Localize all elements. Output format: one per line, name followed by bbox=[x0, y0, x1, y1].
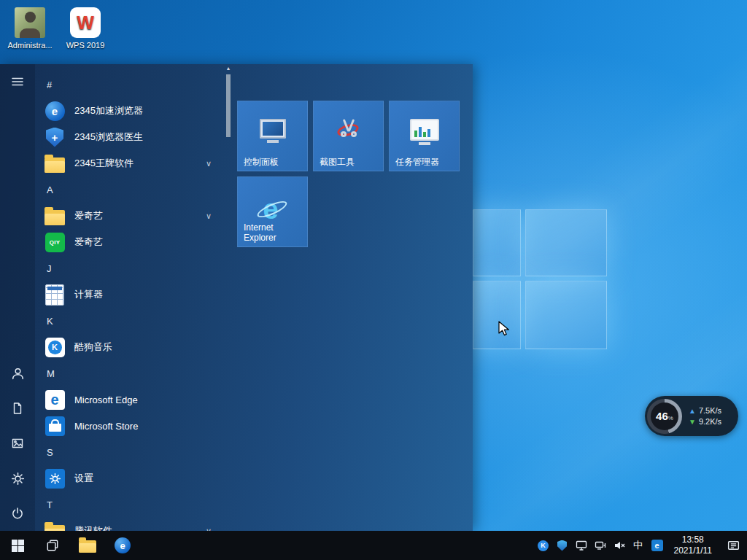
start-button[interactable] bbox=[0, 531, 35, 560]
settings-gear-icon[interactable] bbox=[0, 461, 35, 496]
chevron-down-icon[interactable]: ∨ bbox=[206, 212, 212, 220]
settings-icon bbox=[44, 467, 66, 489]
app-item-label: 2345加速浏览器 bbox=[74, 104, 143, 117]
scrollbar-thumb[interactable] bbox=[226, 74, 231, 137]
control-panel-icon bbox=[260, 119, 286, 139]
app-item-label: Microsoft Store bbox=[74, 421, 138, 432]
hamburger-menu-icon[interactable] bbox=[0, 64, 35, 99]
app-list-item[interactable]: 爱奇艺∨ bbox=[35, 203, 223, 229]
display-tray-icon[interactable] bbox=[572, 531, 591, 560]
app-item-label: 计算器 bbox=[74, 288, 103, 301]
usage-gauge: 46% bbox=[647, 399, 682, 434]
app-list-item[interactable]: Microsoft Store bbox=[35, 413, 223, 439]
task-view-icon bbox=[45, 538, 60, 553]
clock-time: 13:58 bbox=[682, 534, 704, 545]
app-list-scrollbar: ▲ bbox=[223, 64, 233, 531]
app-item-label: 2345王牌软件 bbox=[74, 157, 133, 170]
taskbar-clock[interactable]: 13:58 2021/1/11 bbox=[667, 534, 720, 556]
app-list-item[interactable]: +2345浏览器医生 bbox=[35, 124, 223, 150]
start-tile[interactable]: 控制面板 bbox=[237, 101, 308, 171]
desktop-icon-label: Administra... bbox=[3, 41, 57, 50]
app-section-header[interactable]: K bbox=[35, 308, 223, 334]
pictures-icon[interactable] bbox=[0, 426, 35, 461]
app-section-header[interactable]: T bbox=[35, 491, 223, 518]
app-item-label: 酷狗音乐 bbox=[74, 341, 112, 354]
calculator-icon bbox=[44, 284, 66, 306]
app-item-label: 腾讯软件 bbox=[74, 524, 112, 531]
iqiyi-icon: QIY bbox=[44, 231, 66, 253]
app-section-header[interactable]: S bbox=[35, 439, 223, 465]
app-list-item[interactable]: 2345王牌软件∨ bbox=[35, 150, 223, 176]
app-list-item[interactable]: K酷狗音乐 bbox=[35, 334, 223, 360]
task-manager-icon bbox=[410, 119, 439, 141]
app-list-item[interactable]: e2345加速浏览器 bbox=[35, 98, 223, 124]
task-view-button[interactable] bbox=[35, 531, 70, 560]
tile-label: 任务管理器 bbox=[395, 157, 454, 167]
taskbar: e K 中 e 13:58 2021/1/11 bbox=[0, 531, 747, 560]
windows-logo-pane bbox=[473, 281, 521, 349]
power-icon[interactable] bbox=[0, 496, 35, 531]
wps-icon: W bbox=[70, 7, 101, 38]
app-section-header[interactable]: # bbox=[35, 71, 223, 98]
edge-icon: e bbox=[44, 389, 66, 411]
app-list-item[interactable]: 腾讯软件∨ bbox=[35, 518, 223, 531]
administrator-avatar-icon bbox=[15, 7, 45, 38]
security-shield-icon[interactable] bbox=[553, 531, 572, 560]
tile-label: 控制面板 bbox=[244, 157, 303, 167]
network-speed-widget[interactable]: 46% ▲ 7.5K/s ▼ 9.2K/s bbox=[645, 396, 738, 436]
usage-percent-unit: % bbox=[668, 415, 673, 421]
start-tiles-pane: 控制面板截图工具任务管理器eInternet Explorer bbox=[233, 64, 473, 531]
tile-label: 截图工具 bbox=[320, 157, 379, 167]
desktop-icon-label: WPS 2019 bbox=[58, 41, 112, 50]
browser-2345-taskbar-button[interactable]: e bbox=[105, 531, 140, 560]
folder-icon bbox=[44, 205, 66, 227]
network-icon[interactable] bbox=[591, 531, 610, 560]
app-list: #e2345加速浏览器+2345浏览器医生2345王牌软件∨A爱奇艺∨QIY爱奇… bbox=[35, 64, 223, 531]
usage-percent: 46 bbox=[656, 410, 668, 422]
browser-2345-icon: e bbox=[115, 537, 131, 553]
download-arrow-icon: ▼ bbox=[689, 418, 696, 426]
edge-tray-icon[interactable]: e bbox=[648, 531, 667, 560]
documents-icon[interactable] bbox=[0, 391, 35, 426]
start-tile[interactable]: 截图工具 bbox=[313, 101, 384, 171]
app-list-item[interactable]: eMicrosoft Edge bbox=[35, 386, 223, 413]
store-icon bbox=[44, 415, 66, 437]
system-tray: K 中 e 13:58 2021/1/11 bbox=[534, 531, 747, 560]
kugou-icon: K bbox=[44, 336, 66, 358]
app-item-label: 2345浏览器医生 bbox=[74, 131, 143, 144]
app-item-label: 爱奇艺 bbox=[74, 236, 103, 249]
tile-label: Internet Explorer bbox=[244, 222, 303, 243]
snipping-tool-icon bbox=[335, 119, 363, 141]
upload-arrow-icon: ▲ bbox=[689, 407, 696, 415]
browser-2345-icon: e bbox=[44, 100, 66, 122]
input-method-indicator[interactable]: 中 bbox=[629, 531, 648, 560]
start-tile[interactable]: 任务管理器 bbox=[389, 101, 460, 171]
windows-logo-pane bbox=[525, 281, 607, 349]
app-list-item[interactable]: QIY爱奇艺 bbox=[35, 229, 223, 255]
tile-grid: 控制面板截图工具任务管理器eInternet Explorer bbox=[237, 101, 460, 247]
app-list-item[interactable]: 计算器 bbox=[35, 281, 223, 308]
file-explorer-button[interactable] bbox=[70, 531, 105, 560]
upload-speed: 7.5K/s bbox=[699, 406, 721, 415]
folder-icon bbox=[44, 152, 66, 174]
volume-muted-icon[interactable] bbox=[610, 531, 629, 560]
app-item-label: 爱奇艺 bbox=[74, 209, 103, 222]
internet-explorer-icon: e bbox=[257, 195, 289, 225]
kugou-tray-icon[interactable]: K bbox=[534, 531, 553, 560]
user-account-icon[interactable] bbox=[0, 356, 35, 391]
folder-icon bbox=[44, 520, 66, 531]
desktop-icon-administrator[interactable]: Administra... bbox=[3, 7, 57, 50]
clock-date: 2021/1/11 bbox=[674, 545, 713, 556]
app-item-label: Microsoft Edge bbox=[74, 394, 138, 405]
scrollbar-up-arrow-icon[interactable]: ▲ bbox=[223, 66, 233, 71]
download-speed: 9.2K/s bbox=[699, 417, 721, 426]
app-section-header[interactable]: M bbox=[35, 360, 223, 386]
action-center-icon[interactable] bbox=[719, 531, 747, 560]
app-section-header[interactable]: A bbox=[35, 176, 223, 203]
desktop-icon-wps-2019[interactable]: W WPS 2019 bbox=[58, 7, 112, 50]
chevron-down-icon[interactable]: ∨ bbox=[206, 160, 212, 168]
app-section-header[interactable]: J bbox=[35, 255, 223, 281]
app-list-item[interactable]: 设置 bbox=[35, 465, 223, 491]
start-tile[interactable]: eInternet Explorer bbox=[237, 176, 308, 247]
shield-2345-icon: + bbox=[44, 126, 66, 148]
